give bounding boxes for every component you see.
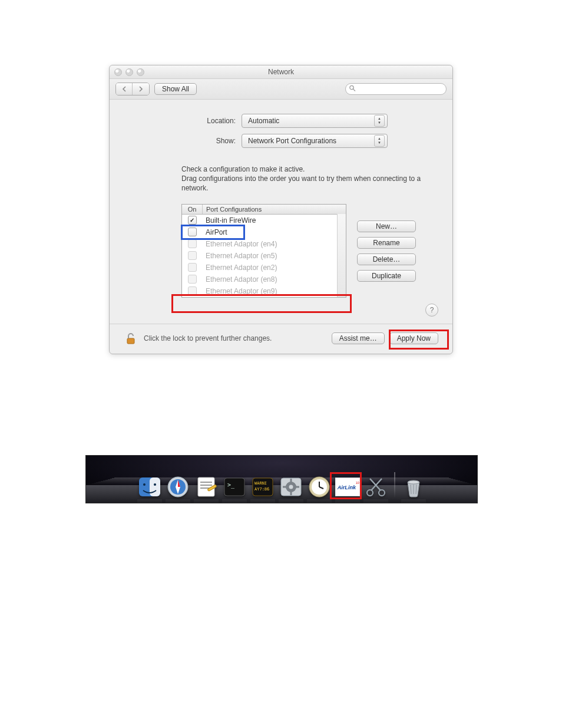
divider — [110, 324, 452, 324]
safari-icon[interactable] — [166, 475, 190, 499]
svg-text:WARNI: WARNI — [254, 481, 267, 486]
footer-actions: Assist me… Apply Now — [332, 332, 438, 344]
column-on: On — [182, 205, 203, 214]
port-configuration-label: AirPort — [202, 228, 346, 236]
apply-now-button[interactable]: Apply Now — [389, 332, 438, 344]
show-popup[interactable]: Network Port Configurations ▲▼ — [242, 134, 388, 148]
svg-text:10: 10 — [356, 481, 359, 485]
stepper-icon: ▲▼ — [374, 135, 385, 147]
port-configuration-label: Built-in FireWire — [202, 216, 346, 225]
svg-point-36 — [379, 490, 385, 496]
list-row[interactable]: Ethernet Adaptor (en9) — [182, 285, 346, 297]
help-text: Check a configuration to make it active.… — [181, 164, 429, 193]
dock-separator — [394, 472, 395, 498]
svg-rect-4 — [150, 477, 160, 496]
show-all-button[interactable]: Show All — [154, 83, 197, 95]
airlink-icon[interactable]: AirLink10 — [335, 475, 360, 499]
svg-point-35 — [367, 490, 373, 496]
list-row[interactable]: Ethernet Adaptor (en4) — [182, 238, 346, 250]
assist-me-button[interactable]: Assist me… — [332, 332, 385, 344]
lock-text: Click the lock to prevent further change… — [144, 334, 272, 342]
nav-back-forward[interactable] — [115, 83, 150, 95]
dock-area: >_WARNIAY7:86AirLink10 — [85, 455, 478, 503]
system-preferences-icon[interactable] — [279, 475, 303, 499]
list-row[interactable]: ✓Built-in FireWire — [182, 215, 346, 226]
toolbar: Show All — [110, 79, 452, 100]
footer: Click the lock to prevent further change… — [124, 331, 438, 345]
list-row[interactable]: Ethernet Adaptor (en5) — [182, 250, 346, 262]
show-value: Network Port Configurations — [248, 137, 336, 145]
textedit-icon[interactable] — [194, 475, 219, 499]
window-title: Network — [110, 68, 452, 76]
network-window: Network Show All Location: Automatic ▲▼ — [109, 65, 453, 354]
port-configuration-label: Ethernet Adaptor (en5) — [202, 252, 346, 260]
checkbox[interactable] — [182, 228, 202, 236]
help-button[interactable]: ? — [425, 304, 438, 317]
checkbox[interactable] — [182, 286, 202, 295]
port-configurations-list[interactable]: On Port Configurations ✓Built-in FireWir… — [181, 204, 346, 298]
minimize-icon[interactable] — [125, 68, 133, 76]
svg-rect-2 — [127, 338, 134, 344]
traffic-lights[interactable] — [110, 68, 144, 76]
show-label: Show: — [124, 137, 242, 145]
svg-point-23 — [289, 485, 293, 489]
scissors-icon[interactable] — [363, 475, 388, 499]
location-row: Location: Automatic ▲▼ — [124, 114, 438, 128]
terminal-icon[interactable]: >_ — [222, 475, 247, 499]
rename-button[interactable]: Rename — [357, 237, 416, 249]
search-input[interactable] — [345, 83, 447, 95]
location-label: Location: — [124, 117, 242, 125]
list-row[interactable]: Ethernet Adaptor (en2) — [182, 262, 346, 274]
titlebar: Network — [110, 65, 452, 79]
finder-icon[interactable] — [137, 475, 162, 499]
show-row: Show: Network Port Configurations ▲▼ — [124, 134, 438, 148]
lock-icon[interactable] — [124, 331, 138, 345]
location-value: Automatic — [248, 117, 279, 125]
close-icon[interactable] — [114, 68, 122, 76]
delete-button[interactable]: Delete… — [357, 253, 416, 265]
list-rows: ✓Built-in FireWireAirPortEthernet Adapto… — [182, 215, 346, 297]
warning-icon[interactable]: WARNIAY7:86 — [250, 475, 275, 499]
svg-text:>_: >_ — [227, 482, 235, 489]
svg-text:AirLink: AirLink — [337, 485, 356, 490]
svg-text:AY7:86: AY7:86 — [254, 487, 269, 492]
svg-line-38 — [370, 479, 381, 490]
back-button[interactable] — [116, 83, 133, 95]
clock-icon[interactable] — [307, 475, 332, 499]
location-popup[interactable]: Automatic ▲▼ — [242, 114, 388, 128]
stepper-icon: ▲▼ — [374, 115, 385, 127]
search-wrap — [345, 83, 447, 95]
checkbox[interactable] — [182, 275, 202, 284]
checkbox[interactable] — [182, 239, 202, 248]
port-configuration-label: Ethernet Adaptor (en9) — [202, 287, 346, 295]
dock: >_WARNIAY7:86AirLink10 — [86, 472, 477, 499]
svg-point-5 — [143, 483, 146, 486]
list-row[interactable]: AirPort — [182, 226, 346, 238]
forward-button[interactable] — [133, 83, 149, 95]
scrollbar[interactable] — [337, 214, 346, 297]
checkbox[interactable] — [182, 251, 202, 260]
window-body: Location: Automatic ▲▼ Show: Network Por… — [110, 100, 452, 354]
list-header: On Port Configurations — [182, 205, 346, 215]
port-configuration-label: Ethernet Adaptor (en8) — [202, 275, 346, 284]
help-line2: Drag configurations into the order you w… — [181, 174, 421, 192]
checkbox[interactable] — [182, 263, 202, 272]
port-configuration-label: Ethernet Adaptor (en2) — [202, 263, 346, 272]
new-button[interactable]: New… — [357, 220, 416, 232]
side-buttons: New… Rename Delete… Duplicate — [357, 220, 416, 282]
svg-point-6 — [154, 483, 156, 486]
zoom-icon[interactable] — [137, 68, 144, 76]
port-configuration-label: Ethernet Adaptor (en4) — [202, 240, 346, 248]
column-port-configurations: Port Configurations — [203, 205, 346, 214]
list-row[interactable]: Ethernet Adaptor (en8) — [182, 274, 346, 285]
lists-row: On Port Configurations ✓Built-in FireWir… — [181, 204, 438, 298]
duplicate-button[interactable]: Duplicate — [357, 270, 416, 282]
checkbox[interactable]: ✓ — [182, 216, 202, 225]
trash-icon[interactable] — [401, 475, 426, 499]
svg-point-39 — [408, 480, 419, 484]
help-line1: Check a configuration to make it active. — [181, 165, 305, 173]
svg-line-37 — [371, 479, 382, 490]
